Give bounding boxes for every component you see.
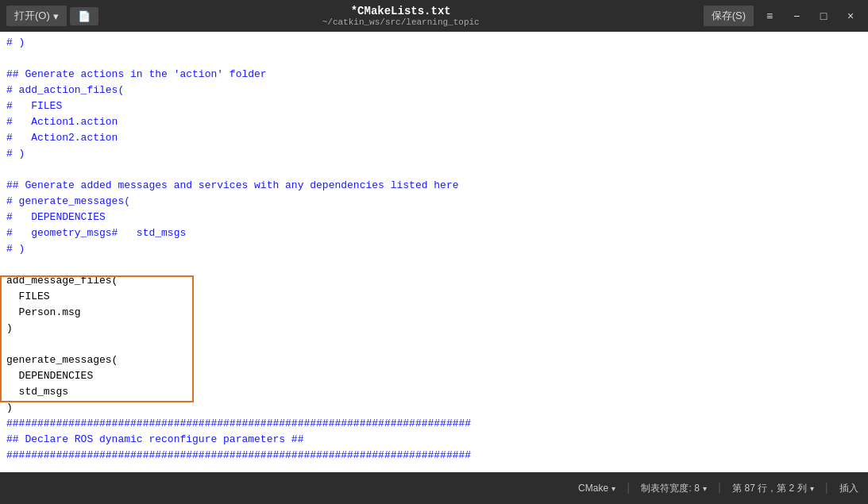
maximize-button[interactable]: □ [812,6,835,25]
position-label: 第 87 行，第 2 列 [732,482,806,495]
code-line: # ) [6,241,862,257]
maximize-icon: □ [820,10,827,22]
editor-area[interactable]: # )## Generate actions in the 'action' f… [0,32,868,472]
code-content: # )## Generate actions in the 'action' f… [0,32,868,472]
separator-3: | [824,482,830,494]
titlebar-left: 打开(O) ▾ 📄 [6,6,98,26]
code-line: # DEPENDENCIES [6,210,862,225]
menu-icon: ≡ [766,10,773,22]
minimize-icon: − [793,10,800,22]
titlebar-right: 保存(S) ≡ − □ × [704,6,862,26]
open-label: 打开(O) [14,9,50,23]
code-line: ## Generate added messages and services … [6,178,862,194]
minimize-button[interactable]: − [785,6,808,25]
code-line: # add_action_files( [6,83,862,98]
code-line: ) [6,321,862,337]
code-line: ## Declare ROS dynamic reconfigure param… [6,432,862,448]
code-line: std_msgs [6,384,862,400]
save-button[interactable]: 保存(S) [704,6,754,26]
code-line: # ) [6,35,862,51]
window-title: *CMakeLists.txt [322,5,480,17]
cursor-position: 第 87 行，第 2 列 ▾ [732,482,813,495]
code-line: # geometry_msgs# std_msgs [6,225,862,241]
language-selector[interactable]: CMake ▾ [578,483,615,494]
titlebar-center: *CMakeLists.txt ~/catkin_ws/src/learning… [322,5,480,27]
save-label: 保存(S) [712,9,746,23]
menu-button[interactable]: ≡ [758,6,781,25]
window-subtitle: ~/catkin_ws/src/learning_topic [322,17,480,27]
language-label: CMake [578,483,608,494]
open-dropdown-icon: ▾ [53,10,59,22]
tab-width-selector[interactable]: 制表符宽度: 8 ▾ [641,482,706,495]
code-line: DEPENDENCIES [6,368,862,384]
file-icon-button[interactable]: 📄 [70,7,98,25]
file-icon: 📄 [78,10,91,22]
tab-width-label: 制表符宽度: 8 [641,482,699,495]
close-icon: × [847,10,854,22]
code-line: ########################################… [6,448,862,464]
position-dropdown-icon: ▾ [810,484,814,493]
statusbar: CMake ▾ | 制表符宽度: 8 ▾ | 第 87 行，第 2 列 ▾ | … [0,472,868,504]
code-line [6,51,862,67]
code-line [6,257,862,273]
code-line: ) [6,400,862,416]
code-line: # generate_messages( [6,194,862,210]
code-line: # Action2.action [6,130,862,146]
code-line: ## Generate actions in the 'action' fold… [6,67,862,83]
mode-label: 插入 [839,482,858,495]
language-dropdown-icon: ▾ [611,484,615,493]
code-line: add_message_files( [6,273,862,289]
input-mode: 插入 [839,482,858,495]
code-line: FILES [6,289,862,305]
close-button[interactable]: × [839,6,862,25]
code-line: ########################################… [6,416,862,432]
code-line: # FILES [6,98,862,114]
code-line: # Action1.action [6,114,862,130]
open-button[interactable]: 打开(O) ▾ [6,6,67,26]
code-line: # ) [6,146,862,162]
code-line: Person.msg [6,305,862,321]
separator-2: | [716,482,723,494]
tab-dropdown-icon: ▾ [703,484,707,493]
separator-1: | [625,482,631,494]
titlebar: 打开(O) ▾ 📄 *CMakeLists.txt ~/catkin_ws/sr… [0,0,868,32]
code-line: generate_messages( [6,352,862,368]
code-line [6,464,862,472]
code-line [6,162,862,178]
code-line [6,337,862,352]
